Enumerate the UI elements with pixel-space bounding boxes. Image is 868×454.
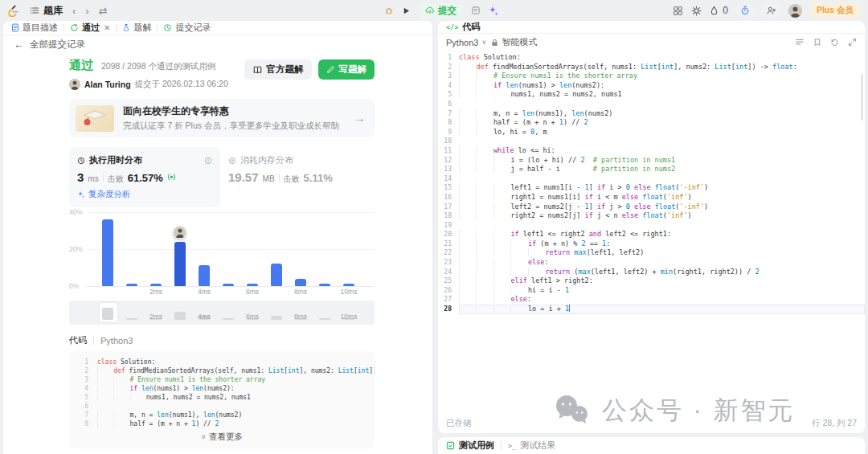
info-icon[interactable] — [204, 157, 212, 165]
editor-line[interactable]: 18 right2 = nums2[j] if j < n else float… — [438, 211, 865, 221]
minimap-tick: 6ms — [240, 313, 264, 321]
shuffle-icon[interactable]: ⇄ — [99, 5, 108, 17]
code-brackets-icon: </> — [446, 23, 458, 31]
problem-bank-nav[interactable]: 题库 — [30, 4, 63, 18]
notes-icon[interactable] — [471, 6, 481, 15]
tab-testcase[interactable]: 测试用例 — [446, 440, 494, 452]
close-tab-icon[interactable]: ✕ — [104, 23, 110, 32]
submission-detail-panel: 题目描述 通过 ✕ 题解 提交记录 ← 全部提交记录 — [3, 21, 432, 454]
x-axis-tick: 4ms — [192, 288, 216, 296]
editor-line[interactable]: 21 if (m + n) % 2 == 1: — [438, 239, 865, 249]
ai-sparkle-icon[interactable] — [489, 6, 499, 16]
run-icon[interactable] — [402, 6, 411, 15]
user-submission-marker[interactable] — [173, 226, 186, 239]
editor-line[interactable]: 25 elif left1 > right2: — [438, 276, 865, 286]
editor-line[interactable]: 23 else: — [438, 258, 865, 268]
document-icon — [11, 23, 19, 32]
x-axis-tick: 2ms — [144, 288, 168, 296]
book-icon — [252, 65, 263, 75]
code-section-label: 代码 — [69, 334, 87, 346]
leetcode-logo[interactable] — [8, 5, 20, 17]
tab-accepted[interactable]: 通过 ✕ — [70, 22, 110, 34]
editor-line[interactable]: 13 j = half - i # partition in nums2 — [438, 165, 865, 174]
runtime-bar[interactable] — [126, 284, 137, 286]
runtime-bar[interactable] — [271, 264, 282, 286]
reset-icon[interactable] — [830, 38, 839, 47]
back-to-submissions[interactable]: ← 全部提交记录 — [3, 35, 432, 53]
smart-mode-toggle[interactable]: 智能模式 — [491, 36, 537, 48]
official-solution-button[interactable]: 官方题解 — [244, 59, 312, 80]
prev-problem-button[interactable]: ‹ — [72, 5, 76, 17]
submit-button[interactable]: 提交 — [419, 3, 463, 18]
runtime-distribution-chart: 0%20%40%2ms4ms6ms8ms10ms — [69, 212, 375, 296]
next-problem-button[interactable]: › — [85, 5, 88, 17]
runtime-bar[interactable] — [295, 279, 306, 286]
settings-gear-icon[interactable] — [691, 6, 702, 16]
editor-line[interactable]: 7 m, n = len(nums1), len(nums2) — [438, 109, 865, 119]
minimap-tick: 10ms — [337, 313, 361, 321]
complexity-analysis-link[interactable]: 复杂度分析 — [77, 189, 212, 200]
tab-solutions[interactable]: 题解 — [122, 22, 151, 34]
runtime-bar[interactable] — [223, 284, 234, 286]
check-square-icon — [446, 441, 455, 450]
editor-line[interactable]: 8 half = (m + n + 1) // 2 — [438, 118, 865, 128]
student-promo-banner[interactable]: 面向在校学生的专享特惠 完成认证享 7 折 Plus 会员，享受更多学业及职业成… — [69, 99, 375, 137]
editor-line[interactable]: 4 if len(nums1) > len(nums2): — [438, 81, 865, 91]
editor-line[interactable]: 24 return (max(left1, left2) + min(right… — [438, 268, 865, 277]
editor-line[interactable]: 2 def findMedianSortedArrays(self, nums1… — [438, 63, 865, 72]
editor-code-area[interactable]: 1class Solution:2 def findMedianSortedAr… — [438, 51, 865, 414]
editor-line[interactable]: 3 # Ensure nums1 is the shorter array — [438, 72, 865, 81]
y-axis-tick: 20% — [69, 245, 83, 253]
language-select[interactable]: Python3 ∨ — [446, 38, 486, 47]
code-line: 7 m, n = len(nums1), len(nums2) — [79, 411, 365, 419]
editor-line[interactable]: 17 left2 = nums2[j - 1] if j > 0 else fl… — [438, 202, 865, 212]
editor-line[interactable]: 19 — [438, 221, 865, 231]
collaborate-invite-button[interactable] — [762, 4, 780, 17]
editor-line[interactable]: 27 else: — [438, 295, 865, 305]
runtime-card[interactable]: 执行用时分布 3 ms 击败 61.57% 复杂度分析 — [69, 147, 220, 207]
daily-streak[interactable]: 0 — [710, 5, 728, 16]
tab-description[interactable]: 题目描述 — [11, 22, 58, 34]
tab-test-result[interactable]: >_ 测试结果 — [508, 440, 555, 452]
chart-brush-minimap[interactable]: 2ms4ms6ms8ms10ms — [69, 301, 375, 325]
editor-line[interactable]: 9 lo, hi = 0, m — [438, 128, 865, 137]
runtime-bar[interactable] — [247, 284, 258, 286]
editor-line[interactable]: 5 nums1, nums2 = nums2, nums1 — [438, 90, 865, 100]
write-solution-button[interactable]: 写题解 — [318, 59, 375, 80]
tab-submissions[interactable]: 提交记录 — [163, 22, 211, 34]
list-icon — [30, 6, 39, 15]
fullscreen-icon[interactable] — [848, 38, 857, 47]
runtime-bar[interactable] — [319, 284, 330, 286]
editor-line[interactable]: 16 right1 = nums1[i] if i < m else float… — [438, 193, 865, 202]
author-name[interactable]: Alan Turing — [84, 80, 131, 89]
runtime-bar[interactable] — [199, 265, 210, 286]
runtime-bar[interactable] — [343, 284, 354, 286]
layout-grid-icon[interactable] — [673, 6, 683, 16]
runtime-bar[interactable] — [150, 284, 162, 286]
minimap-bar — [102, 308, 113, 320]
editor-line[interactable]: 6 — [438, 100, 865, 109]
editor-line[interactable]: 11 while lo <= hi: — [438, 146, 865, 156]
debug-icon[interactable] — [384, 6, 394, 15]
format-lines-icon[interactable] — [795, 38, 805, 47]
editor-line[interactable]: 15 left1 = nums1[i - 1] if i > 0 else fl… — [438, 183, 865, 193]
bookmark-icon[interactable] — [813, 38, 821, 47]
promo-arrow-icon[interactable]: → — [354, 112, 365, 125]
timer-button[interactable] — [736, 4, 754, 17]
editor-line[interactable]: 26 hi = i - 1 — [438, 286, 865, 296]
memory-card[interactable]: 消耗内存分布 19.57 MB 击败 5.11% — [220, 147, 371, 207]
view-more-button[interactable]: » 查看更多 — [79, 428, 365, 447]
submission-content: 通过 2098 / 2098 个通过的测试用例 Alan Turing 提交于 … — [3, 53, 432, 454]
runtime-bar[interactable] — [174, 242, 186, 286]
editor-line[interactable]: 22 return max(left1, left2) — [438, 248, 865, 258]
user-avatar[interactable] — [788, 4, 802, 18]
editor-line[interactable]: 12 i = (lo + hi) // 2 # partition in num… — [438, 156, 865, 166]
editor-scrollbar[interactable] — [861, 74, 863, 121]
runtime-bar[interactable] — [102, 219, 113, 286]
plus-member-badge[interactable]: Plus 会员 — [810, 3, 860, 18]
editor-line[interactable]: 14 — [438, 174, 865, 184]
editor-line[interactable]: 28 lo = i + 1 — [438, 305, 865, 314]
editor-line[interactable]: 1class Solution: — [438, 53, 865, 63]
editor-line[interactable]: 10 — [438, 137, 865, 146]
editor-line[interactable]: 20 if left1 <= right2 and left2 <= right… — [438, 230, 865, 239]
